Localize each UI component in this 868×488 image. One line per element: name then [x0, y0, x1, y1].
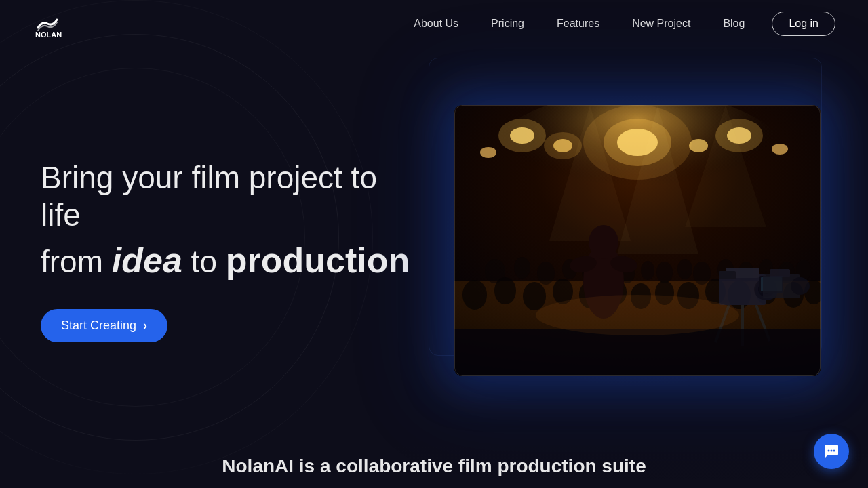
- svg-point-26: [693, 262, 711, 285]
- chat-button[interactable]: [814, 434, 849, 469]
- login-button[interactable]: Log in: [772, 12, 835, 36]
- svg-point-62: [791, 277, 810, 295]
- hero-to-text: to: [182, 244, 226, 279]
- hero-film-image: [454, 105, 821, 376]
- hero-title-line2: from idea to production: [41, 239, 420, 281]
- start-creating-button[interactable]: Start Creating ›: [41, 309, 167, 342]
- svg-point-14: [772, 144, 788, 155]
- nav-item-pricing[interactable]: Pricing: [477, 12, 538, 35]
- bottom-teaser: NolanAI is a collaborative film producti…: [0, 445, 868, 488]
- chat-icon: [823, 443, 840, 460]
- svg-point-23: [641, 261, 654, 280]
- nav-item-features[interactable]: Features: [543, 12, 613, 35]
- svg-point-13: [689, 139, 708, 152]
- hero-idea-text: idea: [112, 241, 182, 280]
- svg-point-65: [536, 295, 739, 336]
- hero-from-text: from: [41, 244, 112, 279]
- navigation: NOLAN About Us Pricing Features New Proj…: [0, 0, 868, 47]
- hero-production-text: production: [226, 241, 410, 280]
- svg-point-24: [656, 262, 673, 283]
- svg-rect-55: [719, 271, 736, 279]
- svg-point-68: [833, 450, 835, 452]
- svg-point-25: [677, 259, 692, 279]
- nav-item-new-project[interactable]: New Project: [618, 12, 704, 35]
- svg-point-10: [480, 147, 496, 158]
- start-chevron-icon: ›: [143, 319, 147, 333]
- film-scene: [454, 105, 821, 376]
- logo-icon: NOLAN: [33, 9, 62, 39]
- scene-svg: [454, 105, 821, 376]
- start-creating-label: Start Creating: [61, 319, 136, 333]
- svg-point-33: [494, 277, 516, 304]
- hero-title-line1: Bring your film project to life: [41, 159, 420, 234]
- svg-rect-63: [770, 269, 790, 277]
- svg-point-7: [498, 119, 546, 152]
- logo[interactable]: NOLAN: [33, 9, 62, 39]
- hero-section: Bring your film project to life from ide…: [0, 47, 868, 447]
- svg-rect-64: [454, 329, 821, 376]
- hero-image-area: [448, 105, 827, 376]
- svg-point-67: [831, 450, 833, 452]
- svg-point-66: [828, 450, 830, 452]
- svg-point-34: [523, 282, 546, 310]
- bottom-teaser-text: NolanAI is a collaborative film producti…: [11, 455, 857, 477]
- nav-links: About Us Pricing Features New Project Bl…: [400, 12, 835, 36]
- svg-point-18: [537, 262, 555, 285]
- svg-point-47: [589, 225, 618, 259]
- hero-content: Bring your film project to life from ide…: [41, 152, 420, 342]
- svg-text:NOLAN: NOLAN: [35, 30, 62, 39]
- nav-item-about-us[interactable]: About Us: [400, 12, 472, 35]
- svg-point-17: [514, 257, 530, 279]
- svg-point-32: [462, 280, 487, 310]
- nav-item-blog[interactable]: Blog: [709, 12, 758, 35]
